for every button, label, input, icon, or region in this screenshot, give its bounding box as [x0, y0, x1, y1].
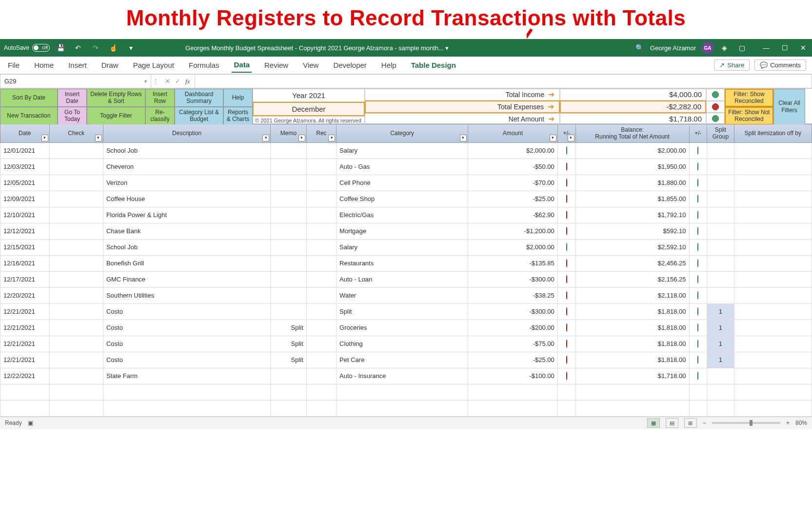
cell-amount[interactable]: -$300.00: [468, 271, 557, 287]
dashboard-summary-button[interactable]: Dashboard Summary: [175, 89, 223, 107]
cell-balance[interactable]: $1,818.00: [575, 303, 689, 320]
cell-split-group[interactable]: [707, 142, 734, 159]
cell-date[interactable]: 12/15/2021: [0, 239, 50, 255]
cell-split-item[interactable]: [734, 159, 812, 175]
col-memo[interactable]: Memo▾: [271, 124, 307, 143]
cell-rec[interactable]: [306, 239, 336, 255]
cell-memo[interactable]: Split: [271, 352, 307, 368]
close-button[interactable]: ✕: [798, 44, 808, 52]
cell-date[interactable]: 12/09/2021: [0, 191, 50, 207]
redo-icon[interactable]: ↷: [89, 44, 102, 52]
table-row[interactable]: 12/15/2021 School Job Salary $2,000.00 $…: [0, 239, 812, 255]
cell-memo[interactable]: [271, 223, 307, 239]
filter-icon[interactable]: ▾: [568, 135, 574, 141]
macro-record-icon[interactable]: ▣: [28, 420, 33, 426]
cell-split-group[interactable]: [707, 175, 734, 191]
col-date[interactable]: Date▾: [0, 124, 50, 143]
cell-balance[interactable]: $2,000.00: [575, 142, 689, 159]
zoom-out-button[interactable]: −: [703, 420, 706, 426]
cell-check[interactable]: [49, 303, 103, 320]
zoom-slider[interactable]: [712, 422, 780, 424]
reports-charts-button[interactable]: Reports & Charts: [223, 107, 253, 125]
cell-description[interactable]: Costo: [103, 303, 270, 320]
maximize-button[interactable]: ☐: [780, 44, 790, 52]
search-icon[interactable]: 🔍: [633, 44, 646, 52]
cell-split-group[interactable]: [707, 255, 734, 271]
insert-row-button[interactable]: Insert Row: [145, 89, 175, 107]
view-page-layout-button[interactable]: ▤: [666, 418, 678, 428]
col-category[interactable]: Category▾: [337, 124, 468, 143]
category-list-budget-button[interactable]: Category List & Budget: [175, 107, 223, 125]
cell-balance[interactable]: $2,156.25: [575, 271, 689, 287]
cell-memo[interactable]: [271, 239, 307, 255]
formula-bar-grip[interactable]: ⋮: [151, 74, 160, 88]
cell-category[interactable]: Electric/Gas: [337, 207, 468, 223]
cell-memo[interactable]: Split: [271, 336, 307, 352]
cell-split-item[interactable]: [734, 368, 812, 384]
col-split-group[interactable]: Split Group: [707, 124, 734, 143]
tab-developer[interactable]: Developer: [331, 58, 368, 72]
cell-description[interactable]: School Job: [103, 239, 270, 255]
cell-check[interactable]: [49, 320, 103, 336]
col-rec[interactable]: Rec▾: [306, 124, 336, 143]
col-description[interactable]: Description▾: [103, 124, 270, 143]
cell-category[interactable]: Cell Phone: [337, 175, 468, 191]
cell-memo[interactable]: [271, 303, 307, 320]
table-row[interactable]: 12/21/2021 Costo Split Groceries -$200.0…: [0, 320, 812, 336]
cell-rec[interactable]: [306, 207, 336, 223]
share-button[interactable]: ↗Share: [714, 60, 750, 71]
qat-more-icon[interactable]: ▾: [124, 44, 138, 52]
tab-data[interactable]: Data: [232, 58, 252, 73]
cell-memo[interactable]: Split: [271, 320, 307, 336]
cell-split-item[interactable]: [734, 207, 812, 223]
cell-split-item[interactable]: [734, 175, 812, 191]
cell-memo[interactable]: [271, 255, 307, 271]
cell-rec[interactable]: [306, 336, 336, 352]
cell-description[interactable]: Verizon: [103, 175, 270, 191]
filter-icon[interactable]: ▾: [460, 135, 467, 141]
user-name[interactable]: George Alzamor: [650, 44, 696, 52]
filter-icon[interactable]: ▾: [298, 135, 305, 141]
cell-date[interactable]: 12/21/2021: [0, 352, 50, 368]
cell-amount[interactable]: -$38.25: [468, 287, 557, 303]
cell-balance[interactable]: $1,950.00: [575, 159, 689, 175]
cell-rec[interactable]: [306, 191, 336, 207]
cell-split-group[interactable]: 1: [707, 303, 734, 320]
cell-amount[interactable]: $2,000.00: [468, 239, 557, 255]
tab-table-design[interactable]: Table Design: [409, 58, 458, 72]
cell-memo[interactable]: [271, 368, 307, 384]
tab-view[interactable]: View: [301, 58, 320, 72]
cell-check[interactable]: [49, 191, 103, 207]
tab-formulas[interactable]: Formulas: [187, 58, 221, 72]
cell-split-group[interactable]: [707, 368, 734, 384]
cell-memo[interactable]: [271, 142, 307, 159]
cell-check[interactable]: [49, 271, 103, 287]
table-row[interactable]: 12/20/2021 Southern Utilities Water -$38…: [0, 287, 812, 303]
col-split-item[interactable]: Split itemization off by: [734, 124, 812, 143]
cell-date[interactable]: 12/05/2021: [0, 175, 50, 191]
cell-check[interactable]: [49, 336, 103, 352]
col-balance[interactable]: Balance: Running Total of Net Amount: [575, 124, 689, 143]
cell-split-item[interactable]: [734, 191, 812, 207]
table-row[interactable]: 12/16/2021 Bonefish Grill Restaurants -$…: [0, 255, 812, 271]
zoom-in-button[interactable]: +: [786, 420, 790, 426]
cell-balance[interactable]: $1,855.00: [575, 191, 689, 207]
cell-amount[interactable]: -$70.00: [468, 175, 557, 191]
new-transaction-button[interactable]: New Transaction: [0, 107, 58, 125]
cell-date[interactable]: 12/21/2021: [0, 336, 50, 352]
cell-split-group[interactable]: [707, 239, 734, 255]
cell-balance[interactable]: $1,818.00: [575, 352, 689, 368]
cell-balance[interactable]: $2,456.25: [575, 255, 689, 271]
cell-category[interactable]: Salary: [337, 239, 468, 255]
cell-category[interactable]: Coffee Shop: [337, 191, 468, 207]
fx-icon[interactable]: fx: [185, 78, 190, 85]
undo-icon[interactable]: ↶: [71, 44, 85, 52]
cell-rec[interactable]: [306, 255, 336, 271]
tab-home[interactable]: Home: [32, 58, 56, 72]
save-icon[interactable]: 💾: [54, 44, 67, 52]
cell-amount[interactable]: -$135.85: [468, 255, 557, 271]
table-row[interactable]: 12/01/2021 School Job Salary $2,000.00 $…: [0, 142, 812, 159]
cancel-formula-icon[interactable]: ✕: [165, 78, 170, 85]
cell-split-item[interactable]: [734, 255, 812, 271]
cell-balance[interactable]: $1,718.00: [575, 368, 689, 384]
